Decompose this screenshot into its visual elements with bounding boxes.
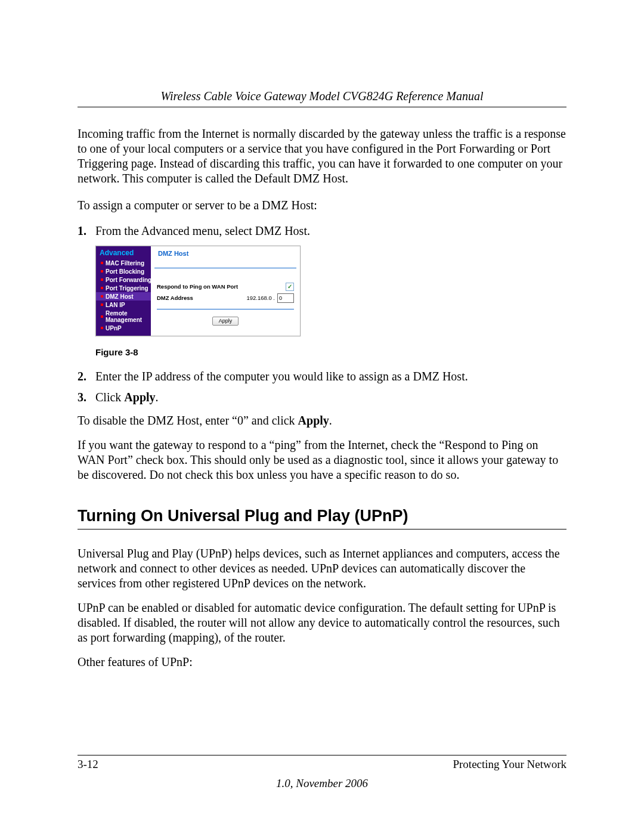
upnp-paragraph-1: Universal Plug and Play (UPnP) helps dev… bbox=[78, 546, 566, 591]
step-text: From the Advanced menu, select DMZ Host. bbox=[95, 224, 566, 239]
upnp-paragraph-3: Other features of UPnP: bbox=[78, 655, 566, 670]
running-header: Wireless Cable Voice Gateway Model CVG82… bbox=[78, 89, 566, 103]
menu-label: Port Forwarding bbox=[106, 277, 151, 283]
step-3: 3. Click Apply. bbox=[78, 390, 566, 405]
advanced-menu: Advanced MAC Filtering Port Blocking Por… bbox=[96, 246, 151, 336]
menu-label: Port Triggering bbox=[106, 285, 148, 292]
menu-label: MAC Filtering bbox=[106, 260, 144, 267]
disable-suffix: . bbox=[329, 414, 332, 427]
step-1: 1. From the Advanced menu, select DMZ Ho… bbox=[78, 224, 566, 239]
menu-item-mac-filtering[interactable]: MAC Filtering bbox=[96, 259, 151, 267]
menu-item-upnp[interactable]: UPnP bbox=[96, 324, 151, 332]
disable-prefix: To disable the DMZ Host, enter “0” and c… bbox=[78, 414, 298, 427]
respond-to-ping-row: Respond to Ping on WAN Port ✓ bbox=[151, 281, 300, 292]
section-title: Protecting Your Network bbox=[453, 758, 566, 771]
dmz-host-panel: DMZ Host Respond to Ping on WAN Port ✓ D… bbox=[151, 246, 300, 336]
body: Incoming traffic from the Internet is no… bbox=[78, 126, 566, 670]
menu-label: DMZ Host bbox=[106, 293, 134, 300]
menu-label: Port Blocking bbox=[106, 268, 144, 275]
menu-label: LAN IP bbox=[106, 302, 125, 308]
manual-page: Wireless Cable Voice Gateway Model CVG82… bbox=[0, 0, 644, 833]
upnp-paragraph-2: UPnP can be enabled or disabled for auto… bbox=[78, 600, 566, 645]
ip-prefix: 192.168.0 . bbox=[246, 295, 275, 302]
steps-list-cont: 2. Enter the IP address of the computer … bbox=[78, 369, 566, 405]
bullet-icon bbox=[101, 278, 103, 281]
disable-bold: Apply bbox=[298, 414, 329, 427]
menu-item-port-forwarding[interactable]: Port Forwarding bbox=[96, 275, 151, 284]
menu-item-port-triggering[interactable]: Port Triggering bbox=[96, 284, 151, 292]
dmz-ip-input[interactable]: 0 bbox=[277, 293, 294, 303]
footer-row: 3-12 Protecting Your Network bbox=[78, 758, 566, 771]
page-footer: 3-12 Protecting Your Network 1.0, Novemb… bbox=[78, 755, 566, 790]
header-rule bbox=[78, 107, 566, 107]
step-number: 3. bbox=[78, 390, 95, 405]
apply-button[interactable]: Apply bbox=[212, 317, 239, 326]
heading-rule bbox=[78, 529, 566, 529]
step-text: Click Apply. bbox=[95, 390, 566, 405]
bullet-icon bbox=[101, 295, 103, 298]
step-text: Enter the IP address of the computer you… bbox=[95, 369, 566, 384]
step-2: 2. Enter the IP address of the computer … bbox=[78, 369, 566, 384]
footer-rule bbox=[78, 755, 566, 755]
step-3-prefix: Click bbox=[95, 391, 124, 404]
menu-item-lan-ip[interactable]: LAN IP bbox=[96, 301, 151, 309]
menu-item-remote-management[interactable]: Remote Management bbox=[96, 309, 151, 324]
menu-item-dmz-host[interactable]: DMZ Host bbox=[96, 292, 151, 301]
respond-to-ping-checkbox[interactable]: ✓ bbox=[286, 283, 294, 291]
bullet-icon bbox=[101, 270, 103, 272]
disable-paragraph: To disable the DMZ Host, enter “0” and c… bbox=[78, 413, 566, 428]
apply-row: Apply bbox=[151, 314, 300, 332]
footer-version: 1.0, November 2006 bbox=[78, 777, 566, 790]
ip-wrap: 192.168.0 . 0 bbox=[246, 293, 294, 303]
menu-label: UPnP bbox=[106, 325, 122, 332]
assign-intro: To assign a computer or server to be a D… bbox=[78, 198, 566, 213]
bullet-icon bbox=[101, 315, 103, 318]
step-number: 2. bbox=[78, 369, 95, 384]
step-number: 1. bbox=[78, 224, 95, 239]
figure-3-8: Advanced MAC Filtering Port Blocking Por… bbox=[95, 246, 566, 358]
router-ui-screenshot: Advanced MAC Filtering Port Blocking Por… bbox=[95, 246, 301, 336]
intro-paragraph: Incoming traffic from the Internet is no… bbox=[78, 126, 566, 186]
section-heading-upnp: Turning On Universal Plug and Play (UPnP… bbox=[78, 506, 566, 527]
menu-item-port-blocking[interactable]: Port Blocking bbox=[96, 267, 151, 275]
step-3-suffix: . bbox=[156, 391, 159, 404]
bullet-icon bbox=[101, 287, 103, 289]
dmz-address-label: DMZ Address bbox=[157, 295, 246, 302]
bullet-icon bbox=[101, 304, 103, 306]
menu-heading: Advanced bbox=[96, 249, 151, 259]
bullet-icon bbox=[101, 327, 103, 329]
menu-label: Remote Management bbox=[106, 310, 148, 323]
step-3-bold: Apply bbox=[124, 391, 155, 404]
dmz-address-row: DMZ Address 192.168.0 . 0 bbox=[151, 292, 300, 304]
panel-title: DMZ Host bbox=[154, 246, 296, 268]
figure-caption: Figure 3-8 bbox=[95, 347, 566, 358]
ping-paragraph: If you want the gateway to respond to a … bbox=[78, 438, 566, 482]
steps-list: 1. From the Advanced menu, select DMZ Ho… bbox=[78, 224, 566, 239]
bullet-icon bbox=[101, 262, 103, 264]
page-number: 3-12 bbox=[78, 758, 98, 771]
panel-divider bbox=[157, 309, 294, 309]
respond-to-ping-label: Respond to Ping on WAN Port bbox=[157, 283, 286, 290]
